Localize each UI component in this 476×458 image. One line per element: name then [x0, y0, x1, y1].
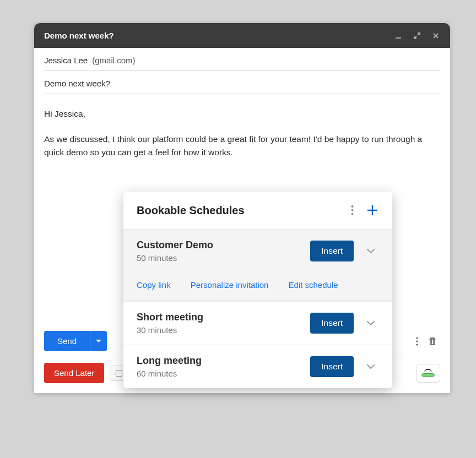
- to-field[interactable]: Jessica Lee (gmail.com): [44, 48, 440, 71]
- schedule-name: Customer Demo: [137, 239, 301, 251]
- send-later-button[interactable]: Send Later: [44, 363, 104, 383]
- window-controls: [394, 31, 440, 40]
- schedule-name: Short meeting: [137, 312, 301, 323]
- schedule-duration: 50 minutes: [137, 253, 301, 263]
- copy-link-action[interactable]: Copy link: [137, 280, 171, 290]
- chevron-down-icon[interactable]: [363, 244, 379, 258]
- send-button-group: Send: [44, 331, 107, 351]
- more-options-icon[interactable]: [413, 334, 421, 349]
- svg-point-7: [416, 344, 418, 345]
- body-paragraph: As we discussed, I think our platform co…: [44, 133, 440, 159]
- recipient-domain: (gmail.com): [92, 56, 135, 65]
- minimize-icon[interactable]: [394, 31, 403, 40]
- subject-text: Demo next week?: [44, 79, 110, 88]
- schedule-item-short-meeting[interactable]: Short meeting 30 minutes Insert: [123, 301, 392, 345]
- expand-icon[interactable]: [413, 31, 421, 40]
- schedule-duration: 60 minutes: [137, 369, 301, 378]
- window-title: Demo next week?: [44, 31, 394, 40]
- window-header: Demo next week?: [34, 23, 450, 48]
- send-dropdown[interactable]: [90, 331, 107, 351]
- schedule-item-long-meeting[interactable]: Long meeting 60 minutes Insert: [123, 345, 392, 388]
- eyebrow-icon: [424, 369, 432, 372]
- trash-icon[interactable]: [425, 334, 440, 349]
- svg-point-6: [416, 340, 418, 342]
- schedule-item-customer-demo[interactable]: Customer Demo 50 minutes Insert: [123, 229, 392, 272]
- schedules-header: Bookable Schedules: [123, 192, 392, 229]
- insert-button[interactable]: Insert: [310, 356, 354, 377]
- personalize-action[interactable]: Personalize invitation: [191, 280, 269, 290]
- bookable-schedules-popup: Bookable Schedules Customer Demo 50 minu…: [123, 192, 392, 388]
- recipient-name: Jessica Lee: [44, 56, 88, 65]
- schedule-duration: 30 minutes: [137, 325, 301, 335]
- edit-schedule-action[interactable]: Edit schedule: [288, 280, 338, 290]
- svg-point-15: [351, 205, 354, 208]
- close-icon[interactable]: [431, 31, 440, 40]
- remind-checkbox-icon: [116, 370, 122, 377]
- insert-button[interactable]: Insert: [310, 241, 354, 261]
- add-schedule-icon[interactable]: [366, 204, 379, 217]
- svg-point-16: [351, 209, 354, 211]
- schedule-actions: Copy link Personalize invitation Edit sc…: [123, 272, 392, 301]
- send-button[interactable]: Send: [44, 331, 90, 351]
- svg-point-17: [351, 213, 354, 215]
- svg-point-5: [416, 337, 418, 339]
- schedules-title: Bookable Schedules: [137, 204, 351, 217]
- body-greeting: Hi Jessica,: [44, 107, 440, 121]
- schedules-menu-icon[interactable]: [351, 205, 354, 216]
- status-pill-icon: [421, 373, 435, 377]
- chevron-down-icon[interactable]: [363, 317, 379, 330]
- chevron-down-icon[interactable]: [363, 360, 379, 373]
- subject-field[interactable]: Demo next week?: [44, 71, 440, 94]
- boomerang-status-button[interactable]: [416, 364, 440, 383]
- schedule-name: Long meeting: [137, 355, 301, 367]
- insert-button[interactable]: Insert: [310, 313, 354, 334]
